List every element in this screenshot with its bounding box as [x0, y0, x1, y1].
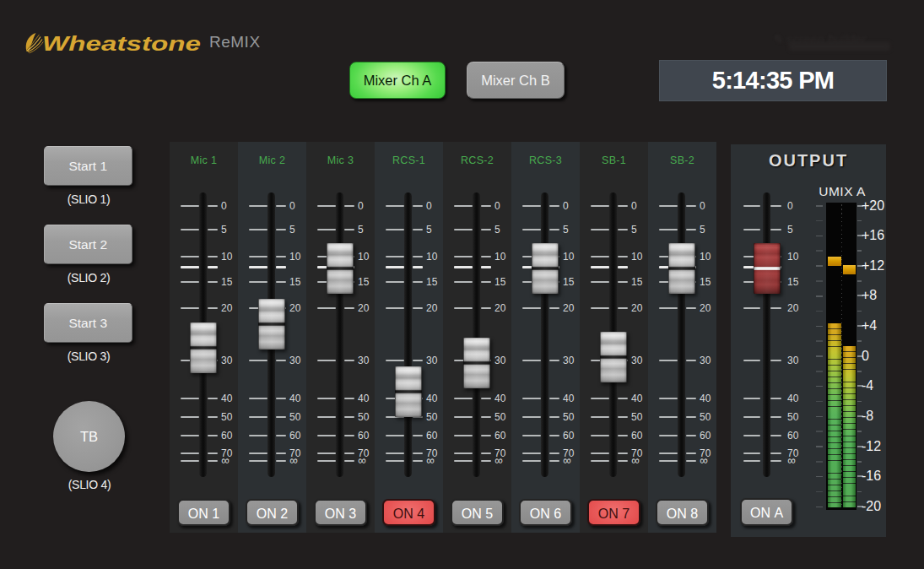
svg-text:Wheatstone: Wheatstone [42, 33, 201, 55]
